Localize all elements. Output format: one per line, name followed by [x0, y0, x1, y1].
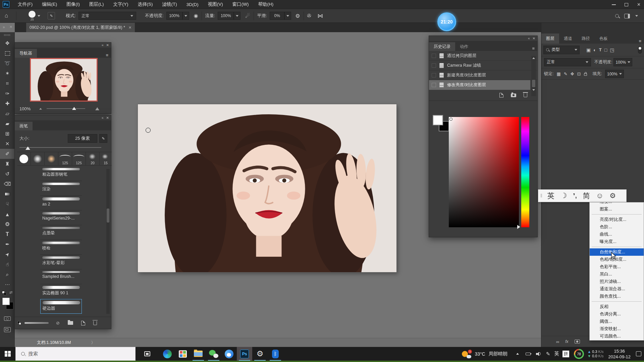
- default-colors-icon[interactable]: [2, 291, 6, 295]
- zoom-tool[interactable]: ⌕: [0, 269, 15, 280]
- history-menu-icon[interactable]: ≡: [532, 46, 535, 51]
- menu-filter[interactable]: 滤镜(T): [158, 1, 181, 7]
- document-tab[interactable]: 0902-20.psd @ 100% (亮度/对比度 1, 图层蒙版/8) * …: [26, 23, 135, 32]
- crop-tool[interactable]: ⌗: [0, 78, 15, 88]
- airbrush-icon[interactable]: ☄: [245, 13, 250, 19]
- brush-preset-item[interactable]: Sampled Brush...: [40, 269, 82, 284]
- brush-tip-hard-round[interactable]: [17, 152, 31, 165]
- restore-button[interactable]: [625, 3, 628, 6]
- battery-ring-indicator[interactable]: 78: [574, 349, 584, 359]
- collapse-panel-icon[interactable]: «: [102, 116, 104, 120]
- start-button[interactable]: [0, 347, 15, 361]
- taskbar-wechat-icon[interactable]: [206, 347, 221, 361]
- weather-temp[interactable]: 33°C: [475, 351, 485, 357]
- history-source-checkbox[interactable]: [432, 54, 436, 58]
- sponge-tool[interactable]: ❂: [0, 219, 15, 229]
- weather-desc[interactable]: 局部晴朗: [489, 351, 507, 357]
- smoothing-caret[interactable]: [284, 12, 291, 20]
- lock-transparency-icon[interactable]: ▦: [556, 71, 560, 76]
- layers-menu-icon[interactable]: ≡: [639, 39, 641, 44]
- tray-language[interactable]: 英: [554, 351, 559, 357]
- task-view-button[interactable]: [140, 347, 155, 361]
- taskbar-photoshop-icon-active[interactable]: Ps: [237, 347, 252, 361]
- brush-tip-125[interactable]: 125: [58, 152, 72, 165]
- taskbar-qq-browser-icon[interactable]: [221, 347, 237, 361]
- brush-tip-125[interactable]: 125: [72, 152, 86, 165]
- tab-swatches[interactable]: 色板: [595, 34, 612, 44]
- brush-preset-item[interactable]: 水彩笔-晕彩: [40, 255, 82, 269]
- clone-stamp-tool[interactable]: ♜: [0, 159, 15, 169]
- weather-icon[interactable]: 1: [462, 350, 472, 358]
- network-speed[interactable]: ▲ 0.3 K/s ▼ 0.0 K/s: [587, 350, 603, 358]
- zoom-out-mountain-icon[interactable]: [39, 108, 42, 110]
- scroll-up-icon[interactable]: [532, 57, 535, 59]
- menu-item-invert[interactable]: 反相: [590, 303, 644, 310]
- brush-preset-item[interactable]: as 2: [40, 196, 82, 210]
- sharpen-tool[interactable]: ▲: [0, 209, 15, 219]
- menu-item-brightness-contrast[interactable]: 亮度/对比度...: [590, 216, 644, 223]
- tab-paths[interactable]: 路径: [577, 34, 595, 44]
- swap-colors-icon[interactable]: ⇄: [9, 290, 12, 295]
- taskbar-edge-icon[interactable]: [160, 347, 175, 361]
- pressure-size-icon[interactable]: ✇: [307, 13, 312, 19]
- smoothing-options-gear-icon[interactable]: ⚙: [295, 13, 300, 19]
- screen-time-clock-widget[interactable]: 21:20: [437, 12, 456, 31]
- tab-channels[interactable]: 通道: [559, 34, 577, 44]
- history-step[interactable]: 通过拷贝的图层: [429, 51, 537, 61]
- lasso-tool[interactable]: ➰: [0, 58, 15, 68]
- healing-brush-tool[interactable]: ▱: [0, 109, 15, 119]
- taskbar-store-icon[interactable]: [175, 347, 191, 361]
- navigator-zoom-value[interactable]: 100%: [19, 106, 31, 111]
- close-panel-icon[interactable]: ✕: [106, 43, 109, 47]
- workspace-icon[interactable]: [624, 14, 630, 18]
- ime-charset-simplified[interactable]: 简: [580, 191, 593, 200]
- link-layers-icon[interactable]: ∞: [556, 339, 559, 344]
- color-field-selector[interactable]: [449, 118, 452, 121]
- pen-input-icon[interactable]: ✎: [546, 351, 550, 357]
- layer-opacity-input[interactable]: 100%: [613, 58, 632, 66]
- navigator-menu-icon[interactable]: ≡: [106, 53, 108, 58]
- content-aware-move-tool[interactable]: ✕: [0, 139, 15, 149]
- brush-tip-20[interactable]: 20: [86, 152, 100, 165]
- brush-preset-item[interactable]: 喷枪: [40, 240, 82, 255]
- status-chevron-icon[interactable]: 〉: [91, 340, 95, 346]
- scroll-down-icon[interactable]: [532, 89, 535, 91]
- close-panel-icon[interactable]: ✕: [533, 37, 535, 40]
- ime-drag-handle[interactable]: ‖: [540, 193, 542, 198]
- menu-item-curves[interactable]: 曲线...: [590, 231, 644, 238]
- taskbar-bluetooth-icon[interactable]: ᛒ: [268, 347, 283, 361]
- pen-tool[interactable]: ✒: [0, 239, 15, 249]
- taskbar-settings-icon[interactable]: ⚙: [252, 347, 268, 361]
- menu-item-color-lookup[interactable]: 颜色查找...: [590, 293, 644, 300]
- menu-item-channel-mixer[interactable]: 通道混合器...: [590, 285, 644, 293]
- history-source-checkbox[interactable]: [432, 73, 436, 77]
- filter-toggle-switch[interactable]: [638, 46, 642, 54]
- magic-wand-tool[interactable]: ✶: [0, 68, 15, 78]
- mixer-brush-tool[interactable]: ⊞: [0, 129, 15, 139]
- history-source-checkbox[interactable]: [432, 63, 436, 68]
- brush-size-slider-thumb[interactable]: [25, 146, 30, 150]
- speaker-icon[interactable]: [536, 352, 541, 356]
- opacity-caret[interactable]: [182, 12, 189, 20]
- brush-preset-item-selected[interactable]: 硬边圆: [40, 299, 82, 314]
- menu-help[interactable]: 帮助(H): [254, 1, 278, 7]
- tab-brushes[interactable]: 画笔: [15, 122, 33, 130]
- ime-lang-mode[interactable]: 英: [544, 191, 557, 200]
- navigator-proxy-view[interactable]: [30, 58, 98, 102]
- menu-item-exposure[interactable]: 曝光度...: [590, 238, 644, 245]
- brush-preset-item[interactable]: 粗边圆形钢笔: [40, 166, 82, 181]
- menu-item-threshold[interactable]: 阈值...: [590, 318, 644, 325]
- menu-window[interactable]: 窗口(W): [228, 1, 253, 7]
- navigator-zoom-slider[interactable]: [47, 108, 85, 109]
- lock-all-icon[interactable]: [584, 73, 587, 76]
- path-select-tool[interactable]: ➤: [0, 249, 15, 259]
- brush-tool[interactable]: ✐: [0, 149, 15, 159]
- menu-type[interactable]: 文字(Y): [109, 1, 133, 7]
- delete-state-trash-icon[interactable]: [524, 93, 527, 97]
- gradient-tool[interactable]: [0, 189, 15, 199]
- color-hue-bar[interactable]: [521, 117, 529, 227]
- symmetry-butterfly-icon[interactable]: ⋈: [317, 12, 323, 19]
- color-foreground-swatch[interactable]: [433, 115, 443, 125]
- tab-navigator[interactable]: 导航器: [15, 49, 37, 58]
- new-brush-icon[interactable]: [81, 321, 85, 325]
